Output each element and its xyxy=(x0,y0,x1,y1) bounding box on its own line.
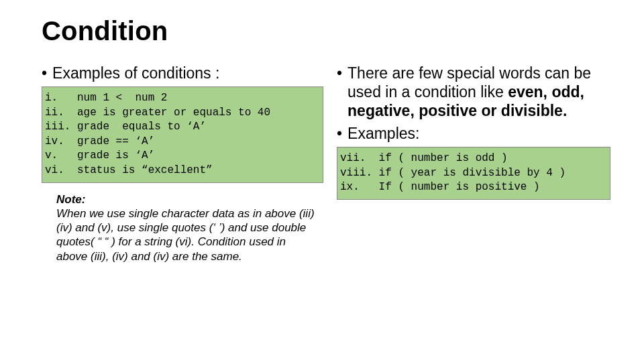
left-bullet: • Examples of conditions : xyxy=(42,64,323,82)
slide: Condition • Examples of conditions : i. … xyxy=(0,0,644,362)
bullet-dot: • xyxy=(337,64,347,120)
left-code-box: i. num 1 < num 2 ii. age is greater or e… xyxy=(42,86,323,183)
note-body: When we use single character data as in … xyxy=(56,207,315,263)
right-bullet-1: • There are few special words can be use… xyxy=(337,64,610,120)
right-column: • There are few special words can be use… xyxy=(337,64,610,263)
note-block: Note: When we use single character data … xyxy=(56,192,317,263)
right-code-box: vii. if ( number is odd ) viii. if ( yea… xyxy=(337,147,610,200)
columns: • Examples of conditions : i. num 1 < nu… xyxy=(42,64,610,263)
left-column: • Examples of conditions : i. num 1 < nu… xyxy=(42,64,323,263)
right-bullet-1-text: There are few special words can be used … xyxy=(347,64,610,120)
bullet-dot: • xyxy=(337,124,347,143)
bullet-dot: • xyxy=(42,64,52,82)
slide-title: Condition xyxy=(42,16,610,46)
right-bullet-2: • Examples: xyxy=(337,124,610,143)
note-label: Note: xyxy=(56,193,85,206)
left-bullet-text: Examples of conditions : xyxy=(52,64,219,82)
right-bullet-2-text: Examples: xyxy=(347,124,419,143)
